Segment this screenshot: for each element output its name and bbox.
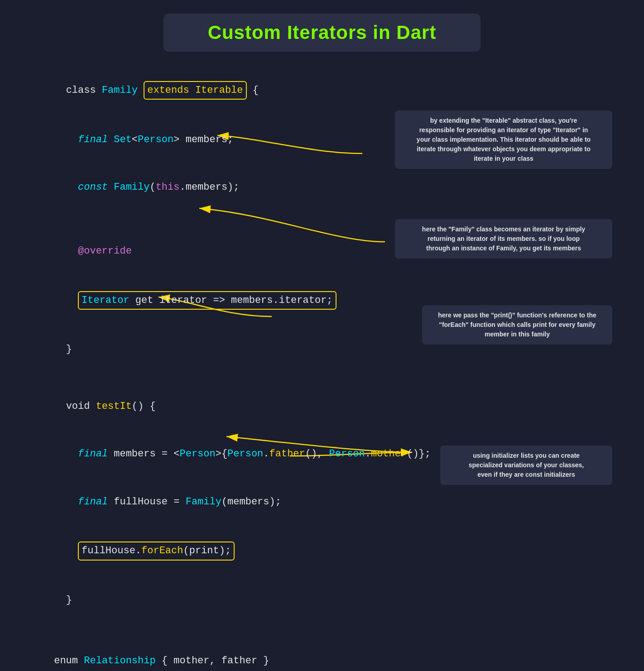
annotation-foreach: here we pass the "print()" function's re… xyxy=(422,305,612,345)
line-void-testit: void testIt() { xyxy=(18,383,626,431)
annotation-iterable: by extending the "Iterable" abstract cla… xyxy=(395,110,612,169)
line-final-fullhouse: final fullHouse = Family(members); xyxy=(18,478,626,526)
page-title: Custom Iterators in Dart xyxy=(208,22,437,43)
line-foreach: fullHouse.forEach(print); xyxy=(18,526,626,576)
line-const-family: const Family(this.members); xyxy=(18,163,626,211)
title-box: Custom Iterators in Dart xyxy=(163,14,481,52)
page-container: Custom Iterators in Dart xyxy=(0,0,644,671)
line-enum: enum Relationship { mother, father } xyxy=(18,637,626,671)
annotation-iterator: here the "Family" class becomes an itera… xyxy=(395,219,612,259)
testit-section: void testIt() { final members = <Person>… xyxy=(18,383,626,624)
line-close-testit: } xyxy=(18,576,626,624)
annotation-initializer: using initializer lists you can create s… xyxy=(440,446,612,485)
line-class-family: class Family extends Iterable { xyxy=(18,65,626,116)
main-content: class Family extends Iterable { final Se… xyxy=(18,65,626,671)
